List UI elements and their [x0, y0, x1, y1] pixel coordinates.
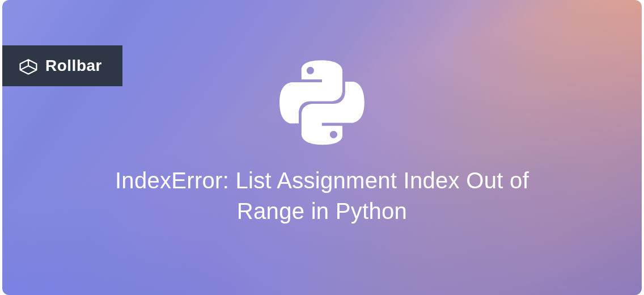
brand-badge: Rollbar: [2, 45, 122, 86]
python-icon: [279, 57, 365, 148]
headline: IndexError: List Assignment Index Out of…: [101, 165, 543, 226]
hero-banner: Rollbar IndexError: List Assignment Inde…: [2, 0, 642, 295]
brand-name: Rollbar: [45, 57, 102, 75]
center-content: IndexError: List Assignment Index Out of…: [2, 0, 642, 295]
rollbar-logo-icon: [18, 56, 39, 76]
